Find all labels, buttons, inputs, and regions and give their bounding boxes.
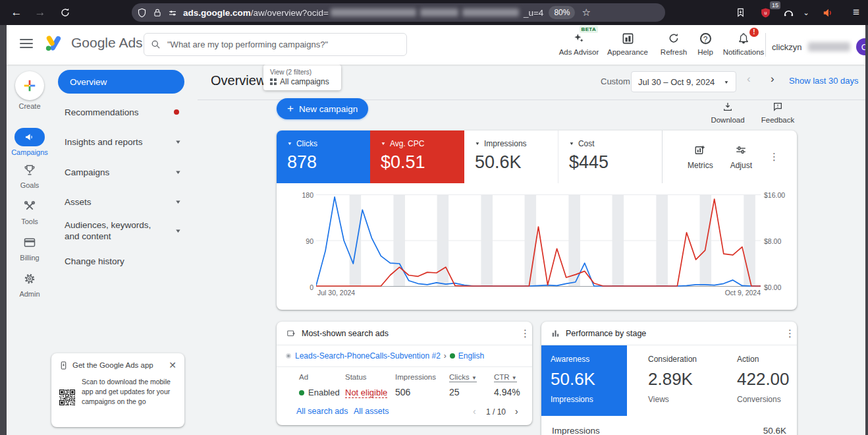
search-input[interactable] bbox=[166, 39, 400, 50]
search-box[interactable] bbox=[144, 33, 407, 56]
sidebar-item-change-history[interactable]: Change history bbox=[53, 249, 198, 273]
help-button[interactable]: ? Help bbox=[689, 30, 722, 56]
scorecard-impressions-value: 50.6K bbox=[475, 152, 547, 173]
speaker-extension-icon[interactable] bbox=[817, 0, 838, 25]
window-frame-left bbox=[0, 25, 7, 435]
notifications-button[interactable]: ! Notifications bbox=[720, 30, 767, 56]
page-prev-button[interactable]: ‹ bbox=[473, 406, 476, 417]
date-range-picker[interactable]: Jul 30 – Oct 9, 2024 ▼ bbox=[631, 71, 736, 92]
search-icon bbox=[151, 40, 161, 49]
scorecard-avg-cpc[interactable]: ▼Avg. CPC $0.51 bbox=[370, 130, 464, 183]
permissions-icon[interactable] bbox=[167, 8, 178, 18]
ad-card-icon bbox=[286, 329, 296, 338]
approval-status-cell[interactable]: Not eligible bbox=[345, 388, 387, 397]
create-plus-icon[interactable] bbox=[15, 71, 44, 100]
app-title: Google Ads bbox=[71, 35, 143, 51]
detail-row-label: Impressions bbox=[552, 426, 600, 435]
scorecard-clicks-value: 878 bbox=[287, 152, 360, 173]
recommendations-alert-dot bbox=[174, 109, 179, 115]
sidebar-item-insights-and-reports[interactable]: Insights and reports ▼ bbox=[53, 130, 198, 154]
zoom-level-badge[interactable]: 80% bbox=[549, 6, 575, 19]
rail-item-billing[interactable]: Billing bbox=[7, 236, 53, 262]
chevron-down-icon: ▼ bbox=[175, 139, 182, 144]
appearance-button[interactable]: Appearance bbox=[607, 30, 648, 56]
sparkle-icon: BETA bbox=[558, 30, 599, 46]
date-mode-label: Custom bbox=[601, 76, 630, 86]
overview-chart[interactable] bbox=[316, 194, 761, 287]
account-name: clickzyn bbox=[772, 42, 802, 52]
all-assets-link[interactable]: All assets bbox=[354, 407, 389, 416]
qr-code bbox=[59, 377, 75, 418]
rail-item-campaigns[interactable]: Campaigns bbox=[7, 128, 53, 156]
card-overflow-menu[interactable]: ⋮ bbox=[785, 332, 788, 335]
adblock-extension-icon[interactable]: u 15 bbox=[755, 0, 776, 25]
scorecard-cost[interactable]: ▼Cost $445 bbox=[558, 130, 662, 183]
adgroup-link[interactable]: English bbox=[458, 351, 484, 361]
sidebar-item-overview[interactable]: Overview bbox=[58, 70, 184, 94]
download-icon bbox=[722, 102, 733, 112]
tracking-shield-icon[interactable] bbox=[137, 8, 147, 18]
col-clicks-sort[interactable]: Clicks ▼ bbox=[449, 373, 477, 382]
forward-button[interactable]: → bbox=[29, 0, 51, 25]
page-next-button[interactable]: › bbox=[515, 406, 518, 417]
enabled-status-icon bbox=[299, 390, 304, 395]
scorecard-clicks[interactable]: ▼Clicks 878 bbox=[277, 130, 370, 183]
rail-item-admin[interactable]: Admin bbox=[7, 272, 53, 298]
sidebar-item-campaigns[interactable]: Campaigns ▼ bbox=[53, 160, 198, 184]
scorecard-impressions[interactable]: ▼Impressions 50.6K bbox=[464, 130, 558, 183]
help-icon: ? bbox=[689, 30, 722, 46]
rail-item-tools[interactable]: Tools bbox=[7, 200, 53, 225]
bookmark-star-icon[interactable]: ☆ bbox=[582, 7, 590, 18]
lock-icon[interactable] bbox=[153, 8, 162, 18]
date-next-button[interactable]: › bbox=[771, 72, 774, 86]
download-button[interactable]: Download bbox=[705, 102, 751, 124]
ads-advisor-button[interactable]: BETA Ads Advisor bbox=[558, 30, 599, 56]
campaign-link[interactable]: Leads-Search-PhoneCalls-Subvention #2 bbox=[295, 351, 441, 361]
save-page-icon[interactable] bbox=[730, 0, 751, 25]
main-area: Create Campaigns Goals Tools bbox=[7, 65, 865, 435]
refresh-button[interactable]: Refresh bbox=[653, 30, 694, 56]
promo-body-text: Scan to download the mobile app and get … bbox=[82, 377, 176, 418]
grid-view-icon bbox=[270, 78, 277, 85]
account-menu[interactable]: clickzyn C bbox=[772, 38, 865, 55]
main-menu-icon[interactable] bbox=[20, 39, 33, 49]
sidebar-item-recommendations[interactable]: Recommendations bbox=[53, 100, 198, 124]
awareness-value: 50.6K bbox=[551, 369, 618, 390]
new-campaign-button[interactable]: + New campaign bbox=[277, 98, 368, 119]
stage-awareness[interactable]: Awareness 50.6K Impressions bbox=[541, 345, 627, 416]
all-search-ads-link[interactable]: All search ads bbox=[296, 407, 348, 416]
chevron-down-icon: ▼ bbox=[175, 169, 182, 175]
chart-overflow-menu[interactable]: ⋮ bbox=[769, 156, 772, 158]
close-icon[interactable]: ✕ bbox=[169, 360, 176, 370]
adjust-button[interactable]: Adjust bbox=[730, 144, 752, 170]
rail-item-goals[interactable]: Goals bbox=[7, 163, 53, 189]
sidebar-item-assets[interactable]: Assets ▼ bbox=[53, 190, 198, 214]
trophy-icon bbox=[7, 163, 53, 179]
stage-action[interactable]: Action 422.00 Conversions bbox=[728, 345, 797, 416]
performance-by-stage-card: Performance by stage ⋮ Awareness 50.6K I… bbox=[541, 322, 797, 435]
beta-badge: BETA bbox=[580, 26, 598, 33]
google-ads-logo[interactable]: Google Ads bbox=[45, 34, 143, 51]
feedback-button[interactable]: Feedback bbox=[755, 102, 801, 124]
extension-chevron-icon[interactable]: ⌄ bbox=[798, 0, 814, 25]
bell-icon: ! bbox=[720, 30, 767, 46]
overview-chart-card: ▼Clicks 878 ▼Avg. CPC $0.51 ▼Impressions… bbox=[277, 130, 797, 310]
date-prev-button[interactable]: ‹ bbox=[747, 72, 751, 86]
view-filter-chip[interactable]: View (2 filters) All campaigns bbox=[263, 65, 341, 90]
browser-menu-icon[interactable]: ≡ bbox=[846, 0, 867, 25]
stage-consideration[interactable]: Consideration 2.89K Views bbox=[639, 345, 718, 416]
url-bar[interactable]: ads.google.com/aw/overview?ocid= _u=4 80… bbox=[132, 3, 665, 22]
col-ctr-sort[interactable]: CTR ▼ bbox=[494, 373, 517, 382]
card-title: Performance by stage bbox=[566, 329, 646, 338]
reload-button[interactable] bbox=[54, 0, 76, 25]
rail-item-create[interactable]: Create bbox=[7, 71, 53, 110]
google-ads-logo-icon bbox=[45, 34, 65, 51]
chevron-down-icon: ▼ bbox=[381, 141, 386, 146]
avatar[interactable]: C bbox=[856, 38, 865, 55]
card-overflow-menu[interactable]: ⋮ bbox=[520, 332, 523, 335]
vpn-extension-icon[interactable] bbox=[778, 0, 798, 25]
sidebar-item-audiences-keywords-content[interactable]: Audiences, keywords, and content ▼ bbox=[53, 216, 198, 246]
show-last-30-days-link[interactable]: Show last 30 days bbox=[789, 76, 859, 86]
metrics-button[interactable]: Metrics bbox=[688, 144, 713, 170]
back-button[interactable]: ← bbox=[5, 0, 28, 25]
